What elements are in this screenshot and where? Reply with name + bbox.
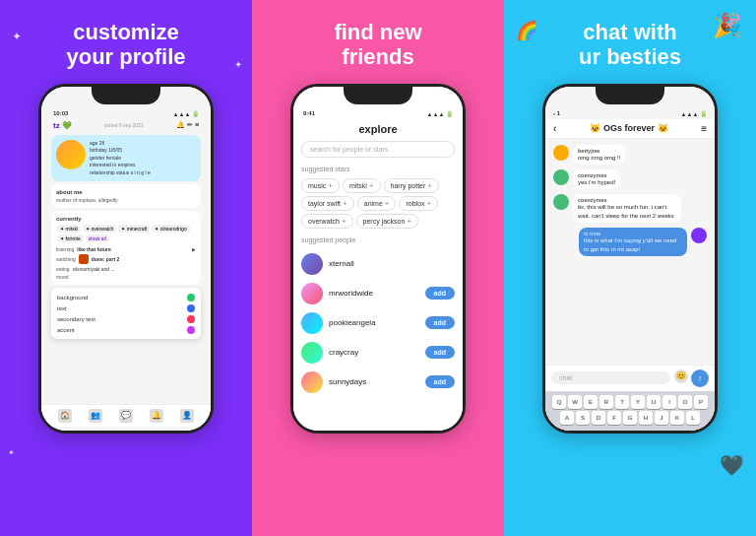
p1-about-text: mother of noplace, allegedly — [56, 197, 196, 203]
p3-back: ‹ 1 — [553, 110, 560, 117]
person-mrworldwide: mrworldwide add — [301, 279, 455, 308]
p2-suggested-people-label: suggested people — [293, 234, 463, 245]
p2-search-bar[interactable]: search for people or stars — [301, 141, 455, 158]
key-r[interactable]: R — [599, 395, 613, 409]
tag-mitski[interactable]: mitski+ — [343, 178, 381, 193]
menu-row-text[interactable]: text — [57, 302, 195, 313]
key-q[interactable]: Q — [552, 395, 566, 409]
tag-music[interactable]: music+ — [301, 178, 340, 193]
p2-time: 9:41 — [303, 110, 315, 117]
nav-notif[interactable]: 🔔 — [150, 409, 163, 423]
p1-listening-val: like that future — [77, 246, 110, 252]
key-o[interactable]: O — [678, 395, 692, 409]
key-j[interactable]: J — [655, 411, 668, 425]
key-i[interactable]: I — [662, 395, 676, 409]
nav-friends[interactable]: 👥 — [89, 409, 102, 423]
nav-home[interactable]: 🏠 — [58, 409, 72, 423]
key-w[interactable]: W — [568, 395, 582, 409]
phone-screen-2: 9:41 ▲▲▲ 🔋 explore search for people or … — [293, 87, 463, 431]
p2-screen-title: explore — [293, 119, 463, 141]
key-g[interactable]: G — [623, 411, 637, 425]
tag-percy-jackson[interactable]: percy jackson+ — [356, 214, 418, 229]
add-sunnydays-button[interactable]: add — [425, 375, 455, 388]
tag-overwatch[interactable]: overwatch+ — [301, 214, 353, 229]
phone-screen-3: ‹ 1 ▲▲▲ 🔋 ‹ 🐱 OGs forever 🐱 ≡ bettyjow o… — [545, 87, 715, 431]
nav-profile[interactable]: 👤 — [180, 409, 194, 423]
key-p[interactable]: P — [694, 395, 708, 409]
avatar-tz — [691, 228, 707, 243]
key-u[interactable]: U — [647, 395, 661, 409]
p2-suggested-stars-label: suggested stars — [293, 164, 463, 174]
p1-mood-label: mood — [56, 274, 69, 280]
key-a[interactable]: A — [560, 411, 574, 425]
p1-header: tz 💚 joined 6 sep 2022 🔔 ✏ ≡ — [47, 119, 205, 132]
phone-mockup-2: 9:41 ▲▲▲ 🔋 explore search for people or … — [290, 84, 466, 434]
avatar-sunnydays — [301, 371, 323, 393]
key-k[interactable]: K — [670, 411, 684, 425]
color-dot-text — [187, 304, 195, 312]
person-pookieangela: pookieangela add — [301, 308, 455, 338]
p3-input-area: chat 😊 ↑ — [545, 365, 715, 391]
phone-mockup-3: ‹ 1 ▲▲▲ 🔋 ‹ 🐱 OGs forever 🐱 ≡ bettyjow o… — [542, 84, 718, 434]
key-h[interactable]: H — [639, 411, 653, 425]
add-mrworldwide-button[interactable]: add — [425, 287, 455, 300]
tag-harry-potter[interactable]: harry potter+ — [384, 178, 439, 193]
tag-roblox[interactable]: roblox+ — [399, 196, 438, 211]
nav-chat[interactable]: 💬 — [119, 409, 133, 423]
add-pookieangela-button[interactable]: add — [425, 316, 455, 329]
panel3-title: chat with ur besties — [579, 20, 681, 70]
tag-anime[interactable]: anime+ — [357, 196, 397, 211]
p1-date: joined 6 sep 2022 — [104, 122, 143, 128]
emoji-button[interactable]: 😊 — [674, 369, 688, 383]
msg-coenzymes-1: coenzymes yes i'm hyped! — [553, 169, 707, 189]
menu-label-background: background — [57, 295, 88, 301]
key-l[interactable]: L — [686, 411, 700, 425]
p3-chat-header: ‹ 🐱 OGs forever 🐱 ≡ — [545, 119, 715, 139]
p1-currently-title: currently — [56, 216, 196, 222]
menu-row-background[interactable]: background — [57, 292, 195, 302]
phone-mockup-1: 10:03 ▲▲▲ 🔋 tz 💚 joined 6 sep 2022 🔔 ✏ ≡… — [38, 84, 214, 434]
avatar-bettyjow — [553, 145, 569, 161]
add-craycray-button[interactable]: add — [425, 346, 455, 359]
p3-menu-icon[interactable]: ≡ — [701, 123, 707, 134]
panel-chat: 🎉 🖤 🌈 chat with ur besties ‹ 1 ▲▲▲ 🔋 ‹ 🐱… — [504, 0, 756, 536]
menu-row-accent[interactable]: accent — [57, 324, 195, 335]
key-t[interactable]: T — [615, 395, 629, 409]
phone-notch-1 — [92, 87, 160, 104]
key-d[interactable]: D — [592, 411, 605, 425]
key-y[interactable]: Y — [631, 395, 645, 409]
msg-tz: tz now this is what I'm saying y'all we … — [579, 228, 707, 256]
p3-chat-input[interactable]: chat — [551, 371, 670, 384]
tag-overwatch: ✦ overwatch — [83, 225, 116, 233]
send-button[interactable]: ↑ — [691, 369, 709, 387]
tag-mitski: ✦ mitski — [57, 225, 81, 233]
key-e[interactable]: E — [584, 395, 598, 409]
tag-taylor-swift[interactable]: taylor swift+ — [301, 196, 354, 211]
time-1: 10:03 — [53, 110, 68, 116]
p3-back-icon[interactable]: ‹ — [553, 123, 556, 134]
color-dot-accent — [187, 326, 195, 334]
tag-minecraft: ✦ minecraft — [118, 225, 150, 233]
key-s[interactable]: S — [576, 411, 590, 425]
panel2-title: find new friends — [334, 20, 421, 70]
p1-profile-info: age 26 birthday 1/8/05 gender female int… — [90, 140, 151, 177]
p3-chat-name: 🐱 OGs forever 🐱 — [590, 123, 668, 133]
menu-label-text: text — [57, 305, 67, 311]
p2-search-placeholder: search for people or stars — [310, 146, 388, 153]
p1-eating-val: okonomiyaki and ... — [73, 266, 115, 272]
msg-content-coenzymes-1: coenzymes yes i'm hyped! — [573, 169, 620, 189]
p3-input-placeholder: chat — [559, 374, 572, 381]
status-bar-1: 10:03 ▲▲▲ 🔋 — [47, 108, 205, 119]
keyboard-row-2: A S D F G H J K L — [547, 411, 713, 425]
tag-fortnite: ✦ fortnite — [57, 234, 84, 242]
key-f[interactable]: F — [607, 411, 621, 425]
person-craycray: craycray add — [301, 338, 455, 368]
p1-gender: gender female — [90, 155, 151, 163]
p3-status-bar: ‹ 1 ▲▲▲ 🔋 — [545, 108, 715, 119]
p1-avatar — [56, 140, 86, 169]
p1-birthday: birthday 1/8/05 — [90, 147, 151, 155]
menu-row-secondary[interactable]: secondary text — [57, 313, 195, 324]
panel-find-friends: find new friends 9:41 ▲▲▲ 🔋 explore sear… — [252, 0, 504, 536]
p2-star-tags: music+ mitski+ harry potter+ taylor swif… — [293, 178, 463, 229]
signal-1: ▲▲▲ 🔋 — [173, 110, 199, 117]
